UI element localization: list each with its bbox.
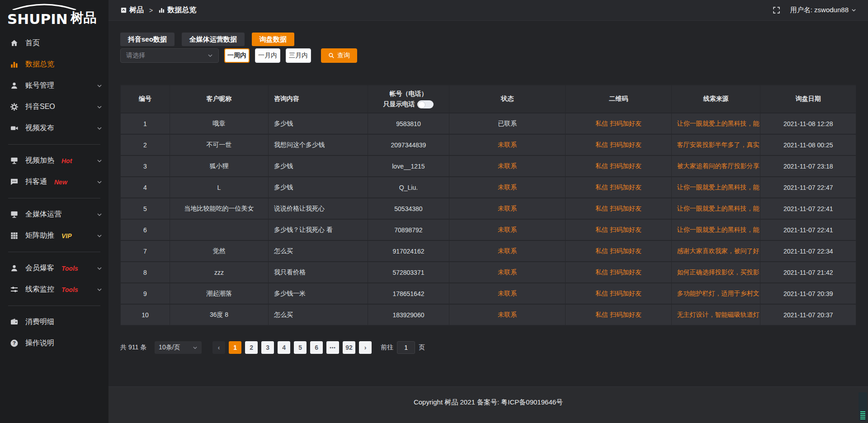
cell-date: 2021-11-07 22:47	[760, 177, 856, 198]
cell-source-link[interactable]: 让你一眼就爱上的黑科技，能...	[672, 113, 761, 135]
cell-qr-link[interactable]: 私信 扫码加好友	[566, 241, 671, 262]
page-button-1[interactable]: 1	[229, 341, 241, 354]
vip-badge: VIP	[61, 232, 72, 240]
question-icon: ?	[10, 339, 19, 348]
table-row: 7 觉然 怎么买 917024162 未联系 私信 扫码加好友 感谢大家喜欢我家…	[121, 241, 856, 262]
next-page-button[interactable]: ›	[359, 341, 372, 354]
cell-source-link[interactable]: 让你一眼就爱上的黑科技，能...	[672, 198, 761, 220]
cell-source-link[interactable]: 被大家追着问的客厅投影分享...	[672, 156, 761, 177]
chat-icon	[10, 178, 19, 186]
sidebar-item-video-boost[interactable]: 视频加热 Hot	[0, 150, 108, 171]
page-ellipsis-button[interactable]: •••	[326, 341, 339, 354]
cell-account: love__1215	[368, 156, 450, 177]
sidebar-item-home[interactable]: 首页	[0, 33, 108, 54]
cell-qr-link[interactable]: 私信 扫码加好友	[566, 305, 671, 326]
cell-date: 2021-11-08 00:25	[760, 135, 856, 156]
goto-page-input[interactable]	[397, 341, 415, 354]
topbar-right: 用户名: zswodun88	[773, 6, 856, 14]
search-icon	[328, 52, 335, 59]
cell-source-link[interactable]: 感谢大家喜欢我家，被问了好...	[672, 241, 761, 262]
cell-qr-link[interactable]: 私信 扫码加好友	[566, 135, 671, 156]
table-row: 9 潮起潮落 多少钱一米 178651642 未联系 私信 扫码加好友 多功能护…	[121, 283, 856, 305]
cell-id: 2	[121, 135, 170, 156]
cell-nickname: 潮起潮落	[170, 283, 269, 305]
cell-qr-link[interactable]: 私信 扫码加好友	[566, 177, 671, 198]
cell-qr-link[interactable]: 私信 扫码加好友	[566, 220, 671, 241]
sidebar-item-expense-detail[interactable]: 消费明细	[0, 311, 108, 333]
sidebar: SHUPIN 树品 首页 数据总览 账号管理 抖音SEO 视频发布	[0, 0, 108, 423]
tab-douyin-seo-data[interactable]: 抖音seo数据	[120, 33, 175, 46]
cell-nickname: L	[170, 177, 269, 198]
cell-source-link[interactable]: 如何正确选择投影仪，买投影...	[672, 262, 761, 283]
sidebar-item-matrix-boost[interactable]: 矩阵助推 VIP	[0, 225, 108, 246]
page-button-3[interactable]: 3	[261, 341, 274, 354]
breadcrumb-current: 数据总览	[167, 5, 196, 15]
cell-account: 9583810	[368, 113, 450, 135]
cell-qr-link[interactable]: 私信 扫码加好友	[566, 198, 671, 220]
query-button[interactable]: 查询	[321, 48, 357, 63]
page-button-5[interactable]: 5	[294, 341, 307, 354]
sidebar-item-label: 线索监控	[25, 285, 54, 294]
cell-source-link[interactable]: 让你一眼就爱上的黑科技，能...	[672, 220, 761, 241]
cell-id: 1	[121, 113, 170, 135]
tab-omni-media-data[interactable]: 全媒体运营数据	[182, 33, 245, 46]
cell-date: 2021-11-07 21:42	[760, 262, 856, 283]
page-button-92[interactable]: 92	[343, 341, 355, 354]
cell-date: 2021-11-07 20:37	[760, 305, 856, 326]
prev-page-button[interactable]: ‹	[212, 341, 225, 354]
page-button-6[interactable]: 6	[310, 341, 323, 354]
cell-qr-link[interactable]: 私信 扫码加好友	[566, 283, 671, 305]
sidebar-divider	[8, 306, 100, 306]
cell-source-link[interactable]: 多功能护栏灯，适用于乡村文...	[672, 283, 761, 305]
cell-qr-link[interactable]: 私信 扫码加好友	[566, 262, 671, 283]
filter-row: 请选择 一周内 一月内 三月内 查询	[120, 48, 856, 63]
sidebar-item-douyin-seo[interactable]: 抖音SEO	[0, 96, 108, 118]
sidebar-item-account-mgmt[interactable]: 账号管理	[0, 75, 108, 96]
chevron-down-icon	[97, 83, 102, 89]
chevron-down-icon	[97, 266, 102, 271]
sidebar-item-instructions[interactable]: ? 操作说明	[0, 333, 108, 354]
sidebar-item-video-publish[interactable]: 视频发布	[0, 118, 108, 139]
table-row: 4 L 多少钱 Q_Liu. 未联系 私信 扫码加好友 让你一眼就爱上的黑科技，…	[121, 177, 856, 198]
bar-chart-icon	[10, 60, 19, 69]
breadcrumb: 树品 > 数据总览	[120, 5, 196, 15]
app-icon	[120, 7, 127, 14]
breadcrumb-root[interactable]: 树品	[129, 5, 144, 15]
range-month-button[interactable]: 一月内	[255, 48, 280, 63]
chevron-down-icon	[851, 8, 856, 13]
cell-source-link[interactable]: 客厅安装投影半年多了，真实...	[672, 135, 761, 156]
chevron-down-icon	[97, 104, 102, 110]
cell-date: 2021-11-07 22:41	[760, 198, 856, 220]
page-size-select[interactable]: 10条/页	[155, 341, 202, 354]
sidebar-item-data-overview[interactable]: 数据总览	[0, 54, 108, 75]
cell-inquiry: 多少钱一米	[269, 283, 368, 305]
user-menu[interactable]: 用户名: zswodun88	[790, 6, 856, 14]
goto-label: 前往	[381, 343, 393, 352]
page-button-2[interactable]: 2	[245, 341, 258, 354]
cell-status: 未联系	[449, 177, 566, 198]
range-quarter-button[interactable]: 三月内	[286, 48, 311, 63]
cell-date: 2021-11-08 12:28	[760, 113, 856, 135]
sidebar-divider	[8, 198, 100, 198]
cell-id: 9	[121, 283, 170, 305]
sidebar-item-douketong[interactable]: 抖客通 New	[0, 171, 108, 193]
chevron-down-icon	[208, 53, 213, 58]
page-button-4[interactable]: 4	[278, 341, 290, 354]
cell-source-link[interactable]: 让你一眼就爱上的黑科技，能...	[672, 177, 761, 198]
range-week-button[interactable]: 一周内	[224, 48, 250, 63]
sidebar-item-omni-media[interactable]: 全媒体运营	[0, 204, 108, 225]
cell-qr-link[interactable]: 私信 扫码加好友	[566, 156, 671, 177]
chevron-down-icon	[97, 158, 102, 164]
fullscreen-icon[interactable]	[773, 6, 780, 14]
chevron-down-icon	[97, 233, 102, 239]
cell-nickname: 当地比较能吃的一位美女	[170, 198, 269, 220]
sidebar-item-label: 会员爆客	[25, 263, 54, 273]
sidebar-item-member-burst[interactable]: 会员爆客 Tools	[0, 258, 108, 279]
sidebar-menu: 首页 数据总览 账号管理 抖音SEO 视频发布 视频加热 Hot	[0, 32, 108, 354]
cell-source-link[interactable]: 无主灯设计，智能磁吸轨道灯...	[672, 305, 761, 326]
cell-qr-link[interactable]: 私信 扫码加好友	[566, 113, 671, 135]
sidebar-item-lead-monitor[interactable]: 线索监控 Tools	[0, 279, 108, 300]
account-select[interactable]: 请选择	[120, 48, 219, 63]
phone-only-toggle[interactable]	[417, 100, 434, 108]
tab-inquiry-data[interactable]: 询盘数据	[252, 33, 294, 46]
